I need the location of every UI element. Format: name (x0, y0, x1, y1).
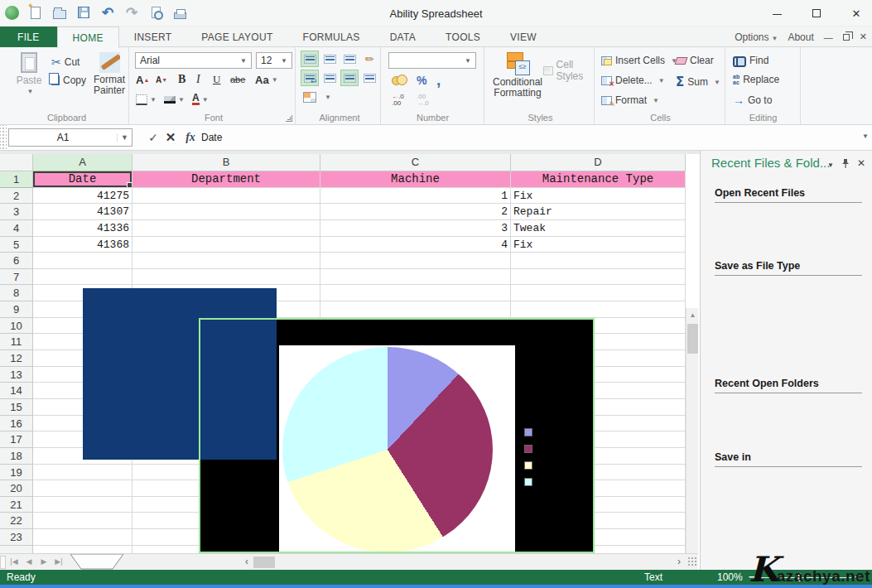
row-header-21[interactable]: 21 (0, 497, 33, 513)
chevron-down-icon[interactable]: ▼ (325, 94, 331, 101)
row-header-18[interactable]: 18 (0, 448, 33, 465)
wrap-text-button[interactable] (301, 70, 319, 86)
ribbon-close-icon[interactable]: ✕ (860, 31, 867, 42)
chevron-down-icon[interactable]: ▼ (827, 161, 834, 169)
pin-icon[interactable] (841, 158, 850, 169)
row-header-14[interactable]: 14 (0, 383, 33, 399)
row-header-13[interactable]: 13 (0, 367, 33, 383)
column-header-d[interactable]: D (511, 154, 686, 171)
first-sheet-button[interactable]: |◀ (7, 555, 22, 569)
italic-button[interactable]: I (196, 72, 200, 87)
column-header-c[interactable]: C (320, 154, 511, 171)
row-header-15[interactable]: 15 (0, 399, 33, 416)
enter-check-icon[interactable]: ✓ (145, 128, 161, 147)
cell-D1[interactable]: Maintenance Type (511, 171, 686, 188)
row-header-5[interactable]: 5 (0, 237, 33, 253)
strikethrough-button[interactable]: abe (230, 72, 245, 87)
row-header-9[interactable]: 9 (0, 301, 33, 318)
cell-B5[interactable] (132, 237, 320, 253)
cell-C6[interactable] (320, 253, 511, 269)
font-name-select[interactable]: Arial▼ (135, 52, 252, 69)
cell-D4[interactable]: Tweak (511, 220, 686, 237)
paste-button[interactable]: Paste ▼ (12, 52, 46, 95)
panel-section[interactable]: Save as File Type (715, 260, 862, 276)
cell-D6[interactable] (511, 253, 686, 269)
format-button[interactable]: Format▼ (601, 94, 659, 106)
formula-content[interactable]: Date (201, 128, 222, 147)
font-color-button[interactable]: A▼ (192, 92, 209, 107)
cell-A7[interactable] (33, 269, 132, 286)
cut-button[interactable]: ✂Cut (51, 55, 79, 69)
panel-section[interactable]: Save in (715, 451, 862, 467)
merge-cells-button[interactable] (301, 89, 319, 105)
vertical-scrollbar[interactable]: ▲ ▼ (686, 308, 698, 553)
maximize-button[interactable] (807, 7, 826, 20)
cell-B1[interactable]: Department (132, 171, 320, 188)
borders-button[interactable]: ▼ (136, 92, 157, 107)
delete-button[interactable]: Delete...▼ (601, 75, 665, 86)
cancel-x-icon[interactable]: ✕ (162, 128, 179, 147)
cell-D8[interactable] (511, 285, 686, 301)
cell-D5[interactable]: Fix (511, 237, 686, 253)
cell-D3[interactable]: Repair (511, 204, 686, 220)
name-box[interactable]: A1 ▼ (8, 128, 132, 147)
row-header-12[interactable]: 12 (0, 350, 33, 367)
cell-A1[interactable]: Date (33, 171, 132, 188)
chevron-down-icon[interactable]: ▼ (117, 133, 132, 142)
panel-section[interactable]: Recent Open Folders (715, 378, 862, 393)
tab-view[interactable]: VIEW (495, 27, 552, 47)
row-header-7[interactable]: 7 (0, 269, 33, 286)
cell-A20[interactable] (33, 480, 132, 497)
shrink-font-button[interactable]: A▼ (156, 72, 167, 87)
change-case-button[interactable]: Aa▼ (255, 72, 278, 87)
align-center-button[interactable] (340, 70, 359, 86)
cell-D2[interactable]: Fix (511, 188, 686, 205)
currency-button[interactable] (392, 73, 401, 88)
cell-B4[interactable] (132, 220, 320, 237)
options-menu[interactable]: Options▼ (735, 31, 778, 43)
cell-A23[interactable] (33, 529, 132, 546)
tab-file[interactable]: FILE (0, 27, 57, 47)
cell-A4[interactable]: 41336 (33, 220, 132, 237)
row-header-16[interactable]: 16 (0, 416, 33, 432)
comma-button[interactable]: , (436, 73, 441, 88)
tab-data[interactable]: DATA (375, 27, 431, 47)
cell-styles-button[interactable]: Cell Styles (543, 59, 594, 82)
next-sheet-button[interactable]: ▶ (36, 555, 51, 569)
horizontal-scroll-thumb[interactable] (253, 557, 275, 568)
panel-close-icon[interactable]: ✕ (857, 157, 865, 169)
select-all-corner[interactable] (0, 154, 33, 171)
replace-button[interactable]: abacReplace (733, 74, 779, 85)
cell-D9[interactable] (511, 301, 686, 318)
insert-cells-button[interactable]: Insert Cells▼ (601, 55, 677, 66)
close-button[interactable]: ✕ (847, 7, 865, 20)
cell-C8[interactable] (320, 285, 511, 301)
tab-splitter-handle[interactable] (0, 556, 6, 569)
align-left-button[interactable] (320, 70, 339, 86)
cell-A19[interactable] (33, 465, 132, 481)
goto-button[interactable]: →Go to (733, 94, 772, 107)
format-painter-button[interactable]: Format Painter (90, 52, 128, 96)
cell-B2[interactable] (132, 188, 320, 205)
font-size-select[interactable]: 12▼ (256, 52, 292, 69)
bold-button[interactable]: B (178, 72, 185, 87)
cell-A24[interactable] (33, 546, 132, 553)
panel-section[interactable]: Open Recent Files (715, 187, 862, 203)
row-header-20[interactable]: 20 (0, 480, 33, 497)
cell-A3[interactable]: 41307 (33, 204, 132, 220)
row-header-17[interactable]: 17 (0, 431, 33, 448)
row-header-19[interactable]: 19 (0, 465, 33, 481)
column-header-a[interactable]: A (33, 154, 132, 171)
cell-A22[interactable] (33, 513, 132, 529)
row-header-1[interactable]: 1 (0, 171, 33, 188)
navy-rectangle-shape[interactable] (83, 288, 277, 460)
sum-button[interactable]: ΣSum▼ (676, 75, 720, 89)
cell-B7[interactable] (132, 269, 320, 286)
tab-home[interactable]: HOME (57, 27, 119, 48)
vertical-scroll-thumb[interactable] (687, 324, 698, 354)
row-header-22[interactable]: 22 (0, 513, 33, 529)
number-format-select[interactable]: ▼ (388, 52, 476, 69)
scroll-right-icon[interactable]: › (672, 556, 686, 569)
ribbon-minimize-icon[interactable]: — (824, 32, 833, 42)
cell-C1[interactable]: Machine (320, 171, 511, 188)
